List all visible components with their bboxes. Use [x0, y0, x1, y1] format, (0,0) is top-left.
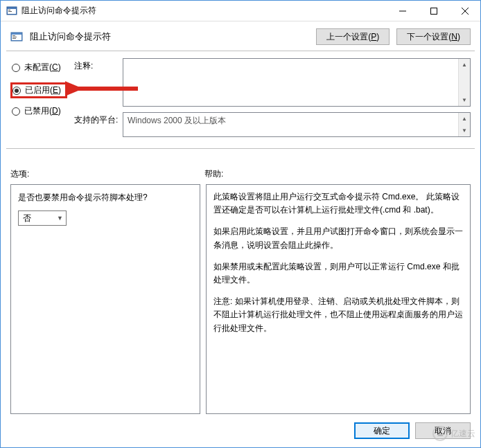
- section-labels: 选项: 帮助:: [1, 156, 480, 184]
- previous-setting-button[interactable]: 上一个设置(P): [316, 28, 390, 45]
- fields-column: 注释: ▲ ▼ 支持的平台: Windows 2000 及以上版本 ▲: [74, 58, 471, 143]
- comment-label: 注释:: [74, 58, 123, 107]
- help-paragraph: 注意: 如果计算机使用登录、注销、启动或关机批处理文件脚本，则不阻止计算机运行批…: [213, 295, 463, 335]
- radio-circle-icon: [12, 64, 20, 72]
- svg-rect-5: [430, 8, 437, 14]
- policy-title: 阻止访问命令提示符: [30, 30, 309, 43]
- scrollbar[interactable]: ▲ ▼: [458, 59, 470, 106]
- radio-circle-icon: [12, 107, 20, 116]
- app-icon: [6, 6, 17, 17]
- footer: 确定 取消: [1, 414, 480, 447]
- chevron-down-icon: ▼: [57, 215, 63, 222]
- svg-rect-2: [8, 10, 10, 10]
- platform-row: 支持的平台: Windows 2000 及以上版本 ▲ ▼: [74, 112, 471, 137]
- script-disable-select[interactable]: 否 ▼: [18, 210, 67, 226]
- scroll-down-icon: ▼: [459, 94, 470, 106]
- platform-label: 支持的平台:: [74, 112, 123, 137]
- panels: 是否也要禁用命令提示符脚本处理? 否 ▼ 此策略设置将阻止用户运行交互式命令提示…: [1, 184, 480, 414]
- help-paragraph: 此策略设置将阻止用户运行交互式命令提示符 Cmd.exe。 此策略设置还确定是否…: [213, 190, 463, 217]
- window-title: 阻止访问命令提示符: [21, 5, 387, 17]
- help-paragraph: 如果禁用或未配置此策略设置，则用户可以正常运行 Cmd.exe 和批处理文件。: [213, 260, 463, 287]
- radio-label: 未配置(C): [24, 62, 61, 73]
- options-label: 选项:: [10, 168, 204, 180]
- comment-field-wrap: ▲ ▼: [123, 58, 471, 107]
- scroll-up-icon: ▲: [459, 113, 470, 125]
- next-label: 下一个设置(N): [407, 31, 460, 43]
- minimize-button[interactable]: [387, 1, 418, 21]
- divider: [6, 148, 475, 149]
- cancel-button[interactable]: 取消: [415, 422, 471, 439]
- radio-label: 已启用(E): [25, 84, 61, 96]
- radio-label: 已禁用(D): [24, 105, 61, 117]
- option-question: 是否也要禁用命令提示符脚本处理?: [18, 192, 193, 204]
- radio-disabled[interactable]: 已禁用(D): [10, 103, 67, 119]
- select-value: 否: [23, 213, 31, 224]
- header: 阻止访问命令提示符 上一个设置(P) 下一个设置(N): [1, 21, 480, 51]
- help-label: 帮助:: [204, 168, 223, 180]
- scroll-up-icon: ▲: [459, 59, 470, 71]
- comment-row: 注释: ▲ ▼: [74, 58, 471, 107]
- titlebar: 阻止访问命令提示符: [1, 1, 480, 21]
- radio-enabled[interactable]: 已启用(E): [10, 82, 67, 98]
- help-paragraph: 如果启用此策略设置，并且用户试图打开命令窗口，则系统会显示一条消息，说明设置会阻…: [213, 225, 463, 251]
- maximize-button[interactable]: [418, 1, 449, 21]
- platform-field-wrap: Windows 2000 及以上版本 ▲ ▼: [123, 112, 471, 137]
- svg-rect-10: [12, 35, 15, 36]
- next-setting-button[interactable]: 下一个设置(N): [396, 28, 471, 45]
- radio-group: 未配置(C) 已启用(E) 已禁用(D): [10, 58, 67, 143]
- policy-icon: [10, 30, 23, 43]
- prev-label: 上一个设置(P): [326, 31, 379, 43]
- close-button[interactable]: [449, 1, 480, 21]
- platform-field: Windows 2000 及以上版本: [123, 113, 458, 136]
- cancel-label: 取消: [435, 425, 451, 437]
- ok-label: 确定: [374, 425, 390, 437]
- comment-field[interactable]: [123, 59, 458, 106]
- ok-button[interactable]: 确定: [354, 422, 410, 439]
- config-area: 未配置(C) 已启用(E) 已禁用(D) 注释: ▲ ▼: [1, 58, 480, 143]
- radio-not-configured[interactable]: 未配置(C): [10, 60, 67, 75]
- radio-circle-icon: [12, 87, 21, 95]
- scrollbar[interactable]: ▲ ▼: [458, 113, 470, 136]
- divider: [6, 51, 475, 51]
- scroll-down-icon: ▼: [459, 125, 470, 136]
- svg-rect-12: [12, 38, 16, 39]
- window-controls: [387, 1, 480, 21]
- svg-rect-11: [12, 37, 17, 37]
- dialog-window: 阻止访问命令提示符 阻止访问命令提示符 上一个设置(P: [0, 0, 481, 448]
- options-panel: 是否也要禁用命令提示符脚本处理? 否 ▼: [10, 184, 200, 414]
- help-panel: 此策略设置将阻止用户运行交互式命令提示符 Cmd.exe。 此策略设置还确定是否…: [206, 184, 471, 414]
- svg-rect-3: [8, 11, 12, 12]
